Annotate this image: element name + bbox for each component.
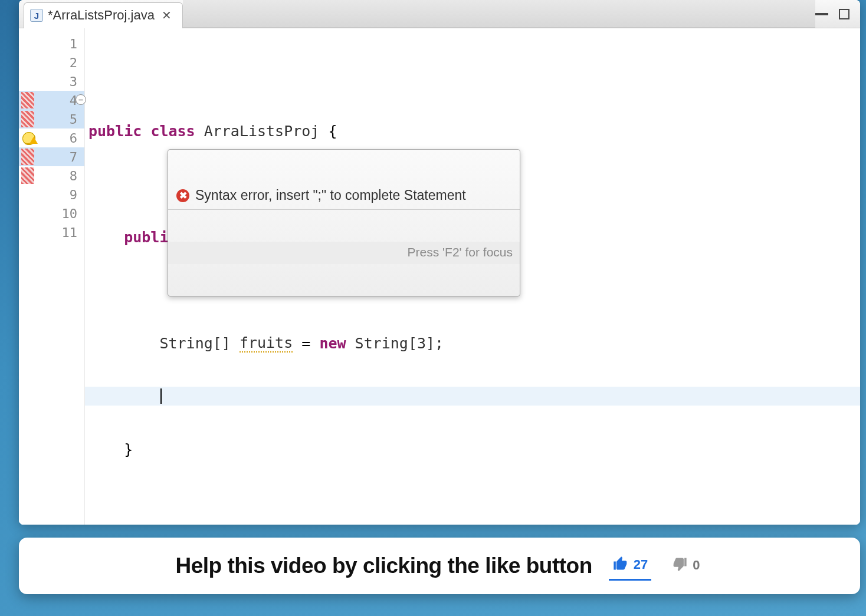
java-file-icon: J [30,9,43,22]
tooltip-hint: Press 'F2' for focus [168,242,520,264]
code-line-current [85,387,860,406]
line-number: 5 [19,110,84,129]
close-tab-icon[interactable]: ✕ [159,7,174,24]
line-number: 11 [19,223,84,242]
like-button[interactable]: 27 [609,552,651,581]
code-line: String[] fruits = new String[3]; [85,334,860,353]
line-number: 8 [19,166,84,185]
dislike-count: 0 [693,558,700,573]
code-line: public class ArraListsProj { [85,121,860,140]
code-text-area[interactable]: public class ArraListsProj { public stat… [85,28,860,525]
line-number: 6 [19,129,84,147]
ide-window: J *ArraListsProj.java ✕ 1 2 3 4 − [19,0,860,525]
line-number: 1 [19,34,84,53]
tab-bar-spacer [183,0,815,28]
code-line [85,493,860,512]
maximize-pane-icon[interactable] [839,9,849,19]
editor-tab-active[interactable]: J *ArraListsProj.java ✕ [24,2,183,28]
editor-body[interactable]: 1 2 3 4 − 5 6 [19,28,860,525]
video-cta-bar: Help this video by clicking the like but… [19,538,860,594]
like-count: 27 [634,557,648,572]
minimize-pane-icon[interactable] [815,13,828,15]
thumbs-up-icon [612,555,629,574]
editor-pane: J *ArraListsProj.java ✕ 1 2 3 4 − [19,0,860,525]
line-number: 2 [19,53,84,72]
change-marker-icon [21,111,34,127]
change-marker-icon [21,92,34,108]
line-number: 3 [19,72,84,91]
change-marker-icon [21,167,34,184]
warning-icon [29,137,38,144]
line-number-gutter: 1 2 3 4 − 5 6 [19,28,85,525]
text-cursor [160,388,162,404]
pane-window-controls [815,9,860,19]
error-icon: ✖ [176,189,189,202]
line-number: 9 [19,185,84,204]
error-tooltip: ✖ Syntax error, insert ";" to complete S… [168,149,520,297]
line-number: 7 [19,147,84,166]
change-marker-icon [21,149,34,165]
editor-tab-filename: *ArraListsProj.java [48,8,155,23]
error-message: Syntax error, insert ";" to complete Sta… [195,187,466,203]
code-line: } [85,440,860,459]
thumbs-down-icon [671,556,688,575]
line-number: 10 [19,204,84,223]
code-line [85,68,860,87]
dislike-button[interactable]: 0 [668,552,703,579]
line-number: 4 − [19,91,84,110]
editor-tab-bar: J *ArraListsProj.java ✕ [19,0,860,28]
cta-text: Help this video by clicking the like but… [175,554,592,578]
